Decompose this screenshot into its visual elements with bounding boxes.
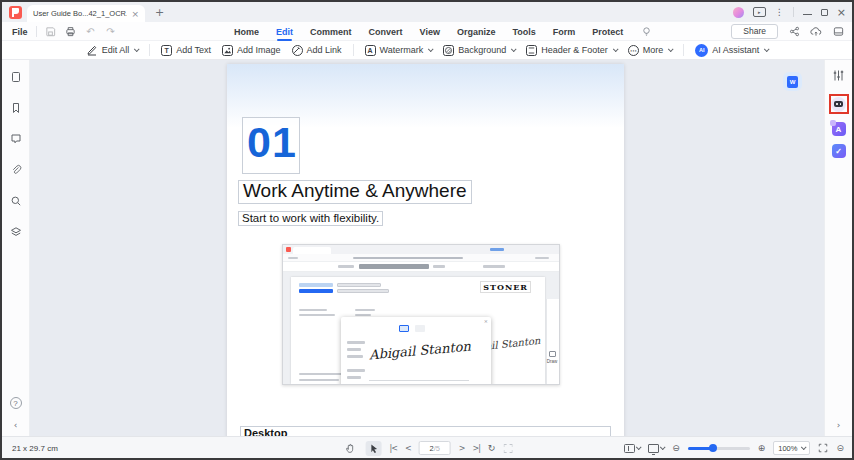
divider bbox=[793, 7, 794, 17]
document-canvas[interactable]: 01 Work Anytime & Anywhere Start to work… bbox=[30, 60, 824, 436]
document-tab[interactable]: User Guide Bo...42_1_OCR.pdf × bbox=[27, 5, 145, 22]
cloud-upload-icon[interactable] bbox=[810, 26, 822, 38]
attachments-panel-icon[interactable] bbox=[10, 162, 22, 180]
first-page-button[interactable]: |< bbox=[390, 444, 397, 453]
pdf-page[interactable]: 01 Work Anytime & Anywhere Start to work… bbox=[227, 64, 624, 436]
collapse-left-panel-icon[interactable]: ‹ bbox=[14, 420, 18, 430]
rotate-page-icon[interactable]: ↻ bbox=[488, 443, 496, 453]
divider bbox=[683, 44, 684, 56]
menu-item-organize[interactable]: Organize bbox=[457, 27, 496, 37]
tab-bar: User Guide Bo...42_1_OCR.pdf × + ▸ ⋮ × bbox=[2, 2, 852, 22]
menu-item-tools[interactable]: Tools bbox=[512, 27, 535, 37]
share-nodes-icon[interactable] bbox=[788, 26, 800, 38]
expand-right-panel-icon[interactable]: › bbox=[837, 420, 841, 430]
search-panel-icon[interactable] bbox=[10, 193, 22, 211]
kebab-menu-icon[interactable]: ⋮ bbox=[775, 7, 784, 17]
subtitle-textbox[interactable]: Start to work with flexibility. bbox=[238, 211, 383, 226]
menu-item-home[interactable]: Home bbox=[234, 27, 259, 37]
ai-assistant-label: AI Assistant bbox=[712, 45, 759, 55]
close-tab-icon[interactable]: × bbox=[131, 9, 139, 19]
video-tutorial-icon[interactable]: ▸ bbox=[753, 7, 766, 17]
help-icon[interactable]: ? bbox=[10, 397, 22, 409]
add-link-button[interactable]: Add Link bbox=[292, 45, 342, 56]
mini-draw-icon bbox=[549, 351, 556, 357]
menu-file[interactable]: File bbox=[12, 27, 28, 37]
select-tool-button[interactable] bbox=[366, 441, 382, 456]
word-quick-action-button[interactable]: W bbox=[783, 72, 802, 91]
ai-chatbot-icon[interactable] bbox=[831, 97, 846, 112]
comments-panel-icon[interactable] bbox=[10, 131, 22, 149]
section-label-textbox[interactable]: Desktop bbox=[240, 426, 611, 436]
more-label: More bbox=[643, 45, 664, 55]
mini-toolbar-row bbox=[283, 262, 559, 272]
panel-toggle-icon[interactable] bbox=[832, 26, 844, 38]
zoom-out-button[interactable]: ⊖ bbox=[672, 443, 680, 453]
menu-item-convert[interactable]: Convert bbox=[369, 27, 403, 37]
menu-item-comment[interactable]: Comment bbox=[310, 27, 352, 37]
watermark-button[interactable]: A Watermark bbox=[365, 45, 433, 56]
chapter-number-textbox[interactable]: 01 bbox=[242, 117, 300, 174]
divider bbox=[353, 44, 354, 56]
new-tab-button[interactable]: + bbox=[155, 6, 164, 19]
divider bbox=[149, 44, 150, 56]
next-page-button[interactable]: > bbox=[459, 444, 465, 453]
add-text-button[interactable]: T Add Text bbox=[161, 45, 211, 56]
edit-all-label: Edit All bbox=[102, 45, 130, 55]
collapse-toolbar-icon[interactable]: ⊝ bbox=[836, 443, 844, 453]
zoom-in-button[interactable]: ⊕ bbox=[758, 443, 766, 453]
chevron-down-icon bbox=[764, 46, 770, 52]
save-icon[interactable] bbox=[45, 26, 57, 38]
mini-menu-row bbox=[283, 254, 559, 262]
ai-assistant-button[interactable]: AI AI Assistant bbox=[695, 44, 768, 57]
edit-all-button[interactable]: Edit All bbox=[86, 44, 139, 56]
mini-brand-logo: STONER bbox=[480, 281, 531, 293]
menu-item-view[interactable]: View bbox=[420, 27, 440, 37]
todo-check-icon[interactable]: ✓ bbox=[832, 144, 846, 158]
mini-tab bbox=[293, 247, 331, 254]
page-dimensions: 21 x 29.7 cm bbox=[12, 437, 58, 459]
background-button[interactable]: Background bbox=[443, 45, 515, 56]
ideas-bulb-icon[interactable] bbox=[640, 26, 652, 38]
last-page-button[interactable]: >| bbox=[472, 444, 479, 453]
mini-signature-dialog: × Abigail Stanton 3 bbox=[341, 317, 491, 385]
title-textbox[interactable]: Work Anytime & Anywhere bbox=[238, 180, 472, 204]
page-layout-button[interactable] bbox=[624, 444, 640, 453]
menu-item-edit[interactable]: Edit bbox=[276, 27, 293, 37]
bookmarks-panel-icon[interactable] bbox=[10, 100, 22, 118]
presentation-mode-button[interactable] bbox=[648, 444, 664, 453]
print-icon[interactable] bbox=[65, 26, 77, 38]
account-avatar[interactable] bbox=[733, 7, 744, 18]
layers-panel-icon[interactable] bbox=[10, 224, 22, 242]
redo-icon[interactable]: ↷ bbox=[105, 26, 117, 38]
maximize-button[interactable] bbox=[821, 9, 828, 16]
zoom-level-value: 100% bbox=[778, 444, 797, 453]
header-footer-button[interactable]: Header & Footer bbox=[526, 45, 617, 56]
divider bbox=[36, 26, 37, 37]
snapshot-marquee-icon[interactable] bbox=[503, 444, 512, 453]
menu-item-protect[interactable]: Protect bbox=[592, 27, 623, 37]
previous-page-button[interactable]: < bbox=[405, 444, 411, 453]
right-sidebar: A ✓ › bbox=[824, 60, 852, 436]
zoom-level-dropdown[interactable]: 100% bbox=[773, 441, 810, 455]
fit-screen-icon[interactable] bbox=[818, 443, 828, 453]
page-number-input[interactable]: 2 /5 bbox=[419, 441, 451, 455]
zoom-slider[interactable] bbox=[688, 447, 750, 450]
add-image-button[interactable]: Add Image bbox=[222, 45, 281, 56]
hand-tool-button[interactable] bbox=[342, 441, 358, 456]
properties-sliders-icon[interactable] bbox=[832, 68, 845, 86]
menu-item-form[interactable]: Form bbox=[553, 27, 576, 37]
thumbnails-panel-icon[interactable] bbox=[10, 69, 22, 87]
undo-icon[interactable]: ↶ bbox=[85, 26, 97, 38]
minimize-button[interactable] bbox=[803, 14, 812, 15]
zoom-slider-thumb[interactable] bbox=[709, 444, 717, 452]
mini-signature-text: Abigail Stanton bbox=[361, 338, 480, 363]
translate-icon[interactable]: A bbox=[832, 122, 846, 136]
embedded-screenshot-image[interactable]: STONER Abigail Stanton × bbox=[282, 244, 560, 385]
pencil-icon bbox=[86, 44, 98, 56]
more-button[interactable]: ··· More bbox=[628, 45, 673, 56]
mini-content: STONER Abigail Stanton × bbox=[283, 272, 559, 384]
close-window-button[interactable]: × bbox=[837, 7, 846, 18]
status-bar: 21 x 29.7 cm |< < 2 /5 > >| ↻ ⊖ ⊕ bbox=[2, 436, 852, 458]
share-button[interactable]: Share bbox=[731, 24, 778, 39]
watermark-icon: A bbox=[365, 45, 376, 56]
